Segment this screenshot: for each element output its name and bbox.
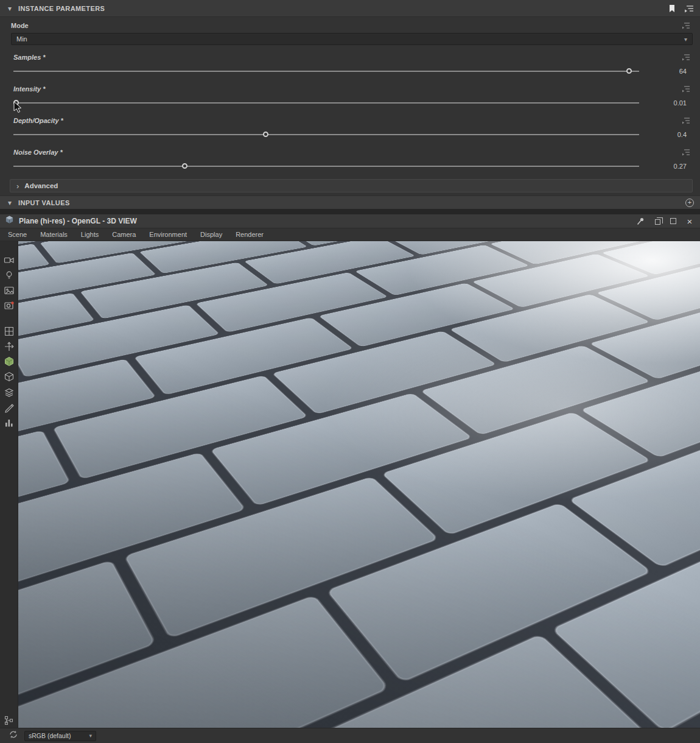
camera-icon[interactable] [1, 252, 18, 267]
param-intensity: Intensity * 0.01 [0, 83, 700, 111]
param-label: Mode [11, 22, 29, 29]
slider-handle[interactable] [263, 132, 268, 137]
menu-lights[interactable]: Lights [81, 231, 99, 238]
advanced-label: Advanced [24, 182, 58, 189]
maximize-icon[interactable] [669, 217, 677, 225]
geometry-cube-icon[interactable] [1, 369, 18, 384]
function-icon[interactable] [682, 149, 690, 156]
menu-environment[interactable]: Environment [149, 231, 187, 238]
noise-overlay-slider[interactable]: 0.27 [0, 158, 700, 174]
slider-value: 0.27 [649, 163, 687, 170]
chevron-down-icon: ▾ [89, 733, 92, 739]
substance-designer-window: ▾ INSTANCE PARAMETERS Mode Min ▾ [0, 0, 700, 743]
view-3d-titlebar[interactable]: Plane (hi-res) - OpenGL - 3D VIEW × [0, 214, 700, 228]
slider-track[interactable] [13, 102, 639, 104]
intensity-slider[interactable]: 0.01 [0, 95, 700, 111]
slider-value: 0.4 [649, 131, 687, 138]
view-3d-toolbar [0, 241, 18, 728]
view-3d-menubar: Scene Materials Lights Camera Environmen… [0, 228, 700, 241]
advanced-section-toggle[interactable]: › Advanced [10, 179, 693, 192]
slider-value: 64 [649, 68, 687, 75]
color-management-icon[interactable] [9, 730, 18, 742]
function-icon[interactable] [682, 22, 690, 29]
slider-handle[interactable] [182, 163, 187, 169]
layers-icon[interactable] [1, 384, 18, 400]
cube-3d-icon [5, 215, 14, 227]
chevron-right-icon: › [16, 182, 19, 190]
function-icon[interactable] [682, 54, 690, 61]
plus-glyph: + [688, 199, 691, 206]
chart-icon[interactable] [1, 415, 18, 430]
snapshot-icon[interactable] [1, 298, 18, 313]
menu-camera[interactable]: Camera [112, 231, 136, 238]
param-samples: Samples * 64 [0, 51, 700, 79]
colorspace-value: sRGB (default) [29, 732, 71, 739]
chevron-down-icon: ▾ [684, 36, 687, 43]
menu-display[interactable]: Display [200, 231, 222, 238]
instance-parameters-header[interactable]: ▾ INSTANCE PARAMETERS [0, 0, 700, 17]
viewport-3d[interactable] [18, 241, 700, 728]
add-input-icon[interactable]: + [685, 199, 694, 207]
slider-handle[interactable] [626, 68, 632, 74]
image-icon[interactable] [1, 283, 18, 298]
pin-icon[interactable] [636, 217, 645, 225]
mode-dropdown[interactable]: Min ▾ [11, 33, 693, 45]
function-icon[interactable] [682, 85, 690, 93]
transform-axis-icon[interactable] [1, 339, 18, 354]
panel-divider [0, 210, 700, 214]
depth-opacity-slider[interactable]: 0.4 [0, 127, 700, 143]
menu-materials[interactable]: Materials [40, 231, 68, 238]
bookmark-icon[interactable] [668, 4, 676, 13]
close-icon[interactable]: × [685, 217, 694, 225]
view-3d-panel: Plane (hi-res) - OpenGL - 3D VIEW × Scen… [0, 210, 700, 743]
uv-grid-icon[interactable] [1, 323, 18, 339]
view-3d-title: Plane (hi-res) - OpenGL - 3D VIEW [19, 217, 137, 225]
instance-parameters-panel: ▾ INSTANCE PARAMETERS Mode Min ▾ [0, 0, 700, 210]
preset-menu-icon[interactable] [684, 4, 694, 13]
menu-renderer[interactable]: Renderer [236, 231, 264, 238]
slider-handle[interactable] [13, 100, 19, 105]
collapse-chevron-icon[interactable]: ▾ [5, 199, 15, 207]
param-label: Intensity * [13, 85, 46, 93]
section-title: INPUT VALUES [18, 199, 70, 206]
slider-track[interactable] [13, 134, 639, 135]
slider-track[interactable] [13, 166, 639, 167]
menu-scene[interactable]: Scene [8, 231, 27, 238]
colorspace-select[interactable]: sRGB (default) ▾ [24, 731, 96, 741]
input-values-header[interactable]: ▾ INPUT VALUES + [0, 195, 700, 210]
view-3d-statusbar: sRGB (default) ▾ [0, 728, 700, 743]
function-icon[interactable] [682, 117, 690, 124]
restore-window-icon[interactable] [653, 217, 661, 225]
param-label: Samples * [13, 54, 46, 61]
param-depth-opacity: Depth/Opacity * 0.4 [0, 114, 700, 143]
perspective-cube-icon[interactable] [1, 354, 18, 369]
param-label: Noise Overlay * [13, 149, 63, 156]
light-icon[interactable] [1, 267, 18, 283]
collapse-chevron-icon[interactable]: ▾ [5, 4, 15, 13]
section-title: INSTANCE PARAMETERS [18, 5, 105, 12]
param-label: Depth/Opacity * [13, 117, 63, 124]
slider-track[interactable] [13, 71, 639, 72]
samples-slider[interactable]: 64 [0, 63, 700, 79]
pen-icon[interactable] [1, 400, 18, 415]
hierarchy-icon[interactable] [0, 716, 18, 725]
param-mode: Mode Min ▾ [0, 19, 700, 45]
param-noise-overlay: Noise Overlay * 0.27 [0, 146, 700, 174]
mode-dropdown-value: Min [16, 35, 27, 43]
slider-value: 0.01 [649, 99, 687, 107]
